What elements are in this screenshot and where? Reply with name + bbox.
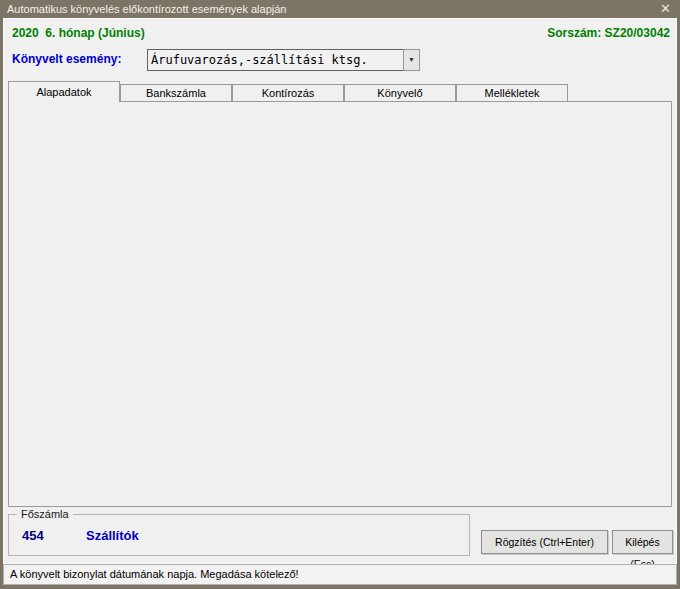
tab-bankszamla[interactable]: Bankszámla (120, 84, 232, 101)
tab-konyvelo[interactable]: Könyvelő (344, 84, 456, 101)
period-heading: 2020 6. hónap (Június) (12, 26, 145, 40)
window-title: Automatikus könyvelés előkontírozott ese… (7, 3, 286, 15)
exit-button[interactable]: Kilépés (Esc) (612, 530, 673, 554)
main-account-name: Szállítók (86, 528, 139, 543)
close-icon[interactable]: ✕ (660, 0, 671, 18)
main-account-title: Főszámla (17, 508, 73, 520)
status-bar: A könyvelt bizonylat dátumának napja. Me… (3, 564, 677, 585)
tab-kontirozas[interactable]: Kontírozás (232, 84, 344, 101)
save-button[interactable]: Rögzítés (Ctrl+Enter) (481, 530, 608, 554)
booked-event-label: Könyvelt esemény: (12, 52, 121, 66)
tab-panel (8, 101, 672, 507)
title-bar: Automatikus könyvelés előkontírozott ese… (0, 0, 680, 18)
main-account-groupbox: Főszámla (8, 514, 470, 556)
booked-event-dropdown-icon[interactable]: ▼ (403, 49, 420, 71)
app-window: Automatikus könyvelés előkontírozott ese… (0, 0, 680, 589)
tab-alapadatok[interactable]: Alapadatok (8, 81, 120, 102)
serial-number: Sorszám: SZ20/03042 (547, 26, 670, 40)
tab-mellekletek[interactable]: Mellékletek (456, 84, 568, 101)
main-account-number: 454 (22, 528, 44, 543)
booked-event-combobox[interactable]: Árufuvarozás,-szállítási ktsg. (147, 49, 404, 71)
